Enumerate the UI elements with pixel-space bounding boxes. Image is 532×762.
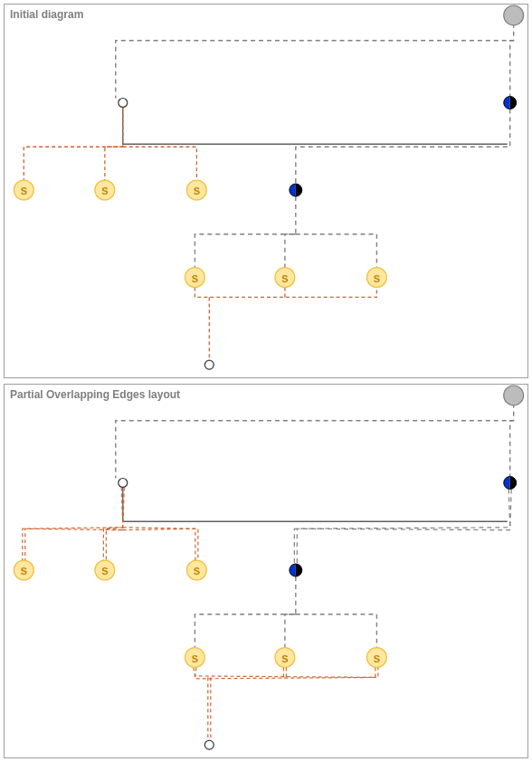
node-root (504, 386, 524, 405)
edge-top-1 (510, 41, 514, 97)
edge-bot-gray-2 (195, 576, 295, 648)
edge-top-9 (296, 234, 377, 268)
edge-bot-graypair-0-a (297, 489, 511, 564)
edge-top-2 (123, 107, 508, 144)
edge-bot-orangepair-0-a (25, 487, 124, 560)
panel-initial: Initial diagram SSSSSS (4, 4, 528, 378)
edge-bot-gray-1 (510, 421, 514, 477)
node-s4-label: S (192, 273, 198, 284)
node-leaf (204, 360, 214, 369)
diagram-partial: SSSSSS (5, 385, 527, 757)
edge-bot-orangepair-3-b (194, 667, 375, 677)
diagram-initial: SSSSSS (5, 5, 527, 377)
edge-bot-gray-0 (116, 395, 514, 479)
canvas: Initial diagram SSSSSS Partial Overlappi… (0, 0, 532, 762)
node-s4-label: S (192, 653, 198, 664)
node-s5-label: S (281, 653, 288, 664)
node-half1 (504, 97, 517, 110)
edge-bot-solid-0 (123, 487, 508, 521)
node-s1-label: S (21, 566, 27, 576)
node-s2-label: S (101, 186, 108, 196)
edge-top-5 (105, 147, 123, 180)
node-s1-label: S (21, 186, 27, 196)
node-branch (119, 478, 128, 487)
node-half2 (290, 184, 302, 196)
edge-top-8 (285, 234, 296, 268)
edge-bot-orangepair-1-a (106, 529, 122, 560)
edge-top-10 (195, 287, 376, 297)
edge-bot-gray-3 (285, 614, 296, 648)
edge-bot-graypair-0-b (294, 489, 509, 564)
edge-bot-orangepair-0-b (23, 487, 123, 560)
edge-bot-gray-4 (296, 614, 377, 648)
node-s2-label: S (101, 566, 108, 576)
nodes-top: SSSSSS (14, 5, 523, 369)
node-leaf (204, 740, 214, 749)
panel-partial: Partial Overlapping Edges layout SSSSSS (4, 384, 528, 758)
nodes-bottom: SSSSSS (14, 386, 523, 749)
node-s3-label: S (194, 566, 200, 576)
edge-top-4 (24, 107, 122, 180)
edge-top-7 (195, 196, 295, 268)
edge-top-0 (116, 15, 514, 99)
node-branch (119, 98, 128, 107)
node-half2 (290, 564, 302, 576)
node-half1 (504, 477, 517, 490)
edge-top-6 (123, 147, 197, 180)
node-s6-label: S (374, 273, 380, 284)
node-s3-label: S (194, 186, 200, 196)
node-s6-label: S (374, 653, 380, 664)
node-root (504, 5, 524, 25)
node-s5-label: S (281, 273, 288, 284)
edge-bot-orangepair-2-b (123, 528, 195, 560)
edge-top-3 (296, 109, 510, 184)
edge-bot-orangepair-2-a (123, 529, 198, 560)
